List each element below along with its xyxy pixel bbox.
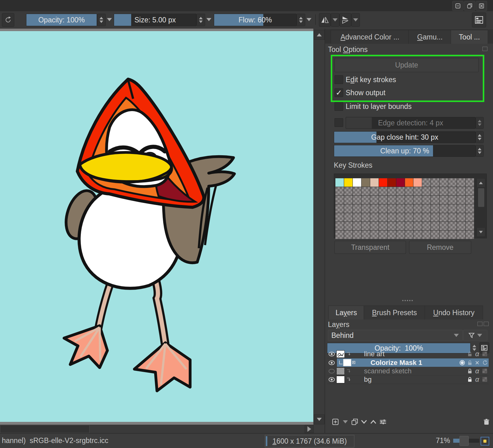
key-stroke-swatch-empty[interactable] — [335, 231, 344, 239]
opacity-slider[interactable]: Opacity: 100% — [26, 14, 97, 26]
key-stroke-swatch-empty[interactable] — [353, 213, 361, 222]
key-stroke-swatch-empty[interactable] — [405, 204, 413, 213]
key-stroke-swatch-empty[interactable] — [440, 196, 448, 204]
visibility-eye-icon[interactable] — [327, 377, 336, 382]
key-stroke-swatch-empty[interactable] — [379, 196, 387, 204]
canvas[interactable] — [0, 31, 313, 422]
key-stroke-swatch-empty[interactable] — [440, 178, 448, 187]
scroll-up-button[interactable] — [314, 30, 325, 40]
mask-thumbnail[interactable] — [343, 359, 351, 366]
size-slider[interactable]: Size: 5.00 px — [114, 14, 196, 26]
key-stroke-swatch-empty[interactable] — [353, 187, 361, 195]
zoom-slider-handle[interactable] — [459, 436, 469, 446]
key-stroke-swatch-empty[interactable] — [422, 178, 431, 187]
key-stroke-swatch-empty[interactable] — [370, 196, 379, 204]
remove-button[interactable]: Remove — [409, 241, 471, 254]
inherit-alpha-icon[interactable] — [481, 376, 488, 383]
key-stroke-swatch-empty[interactable] — [413, 213, 422, 222]
clean-up-slider[interactable]: Clean up: 70 % — [334, 145, 476, 157]
key-stroke-swatch-empty[interactable] — [440, 204, 448, 213]
mirror-horizontal-button[interactable] — [319, 13, 331, 27]
swatch-scroll-down-button[interactable] — [477, 227, 485, 237]
key-stroke-swatch-empty[interactable] — [413, 187, 422, 195]
key-stroke-swatch-empty[interactable] — [422, 196, 431, 204]
float-docker-icon[interactable] — [482, 47, 487, 51]
key-stroke-swatch-empty[interactable] — [388, 231, 396, 239]
key-stroke-swatch-empty[interactable] — [335, 213, 344, 222]
key-stroke-swatch-empty[interactable] — [344, 187, 352, 195]
hscroll-thumb[interactable] — [0, 425, 90, 433]
key-stroke-swatch[interactable] — [396, 178, 405, 187]
key-stroke-swatch-empty[interactable] — [466, 178, 474, 187]
swatch-scrollbar-thumb[interactable] — [478, 188, 484, 207]
edge-detection-spinner[interactable] — [476, 117, 484, 129]
key-stroke-swatch-empty[interactable] — [466, 222, 474, 230]
key-stroke-swatch-empty[interactable] — [353, 204, 361, 213]
show-output-checkbox[interactable]: ✓ — [334, 88, 343, 97]
key-stroke-swatch-empty[interactable] — [344, 204, 352, 213]
key-stroke-swatch-empty[interactable] — [431, 222, 439, 230]
alpha-lock-icon[interactable]: α — [474, 376, 481, 383]
key-stroke-swatch-empty[interactable] — [362, 187, 370, 195]
gap-close-hint-slider[interactable]: Gap close hint: 30 px — [334, 131, 476, 143]
swatch-scroll-up-button[interactable] — [477, 178, 485, 188]
key-stroke-swatch[interactable] — [344, 178, 352, 187]
key-stroke-swatch-empty[interactable] — [388, 222, 396, 230]
alpha-lock-icon[interactable]: α — [474, 367, 481, 375]
key-stroke-swatch-empty[interactable] — [422, 187, 431, 195]
key-stroke-swatch-empty[interactable] — [379, 222, 387, 230]
key-stroke-swatch-empty[interactable] — [413, 196, 422, 204]
move-layer-up-button[interactable] — [370, 418, 377, 426]
alpha-lock-icon[interactable]: α — [474, 350, 481, 358]
mirror-vertical-options[interactable] — [351, 13, 360, 27]
flow-slider[interactable]: Flow: 60% — [214, 14, 297, 26]
close-docker-icon[interactable] — [484, 322, 489, 326]
key-stroke-swatch[interactable] — [335, 178, 344, 187]
key-stroke-swatch-empty[interactable] — [457, 178, 465, 187]
reset-rotation-button[interactable] — [2, 13, 14, 27]
lock-open-icon[interactable] — [466, 350, 473, 358]
tab-undo-history[interactable]: Undo History — [425, 306, 483, 320]
update-mask-icon[interactable] — [481, 359, 488, 366]
opacity-dropdown-arrow[interactable] — [106, 14, 113, 26]
key-stroke-swatch-empty[interactable] — [457, 222, 465, 230]
key-stroke-swatch-empty[interactable] — [466, 231, 474, 239]
key-stroke-swatch-empty[interactable] — [431, 196, 439, 204]
key-stroke-swatch-empty[interactable] — [413, 204, 422, 213]
key-stroke-swatch-empty[interactable] — [440, 222, 448, 230]
flow-spinner[interactable] — [297, 14, 305, 26]
key-stroke-swatch-empty[interactable] — [431, 204, 439, 213]
key-stroke-swatch-empty[interactable] — [353, 222, 361, 230]
key-stroke-swatch-empty[interactable] — [362, 222, 370, 230]
canvas-horizontal-scrollbar[interactable] — [0, 425, 313, 433]
move-layer-down-button[interactable] — [361, 418, 367, 426]
key-stroke-swatch-empty[interactable] — [335, 204, 344, 213]
key-stroke-swatch-empty[interactable] — [396, 196, 405, 204]
key-stroke-swatch-empty[interactable] — [431, 213, 439, 222]
layer-properties-button[interactable] — [379, 418, 386, 426]
key-stroke-swatch[interactable] — [370, 178, 379, 187]
tab-layers[interactable]: Layers — [328, 306, 364, 320]
key-stroke-swatch-empty[interactable] — [396, 187, 405, 195]
key-stroke-swatch-empty[interactable] — [388, 204, 396, 213]
colorize-active-icon[interactable] — [459, 359, 466, 366]
restore-button[interactable] — [464, 1, 475, 11]
key-stroke-swatch-empty[interactable] — [335, 187, 344, 195]
add-layer-dropdown[interactable] — [342, 418, 349, 426]
key-stroke-swatch[interactable] — [353, 178, 361, 187]
scroll-down-button[interactable] — [314, 414, 325, 424]
key-stroke-swatch-empty[interactable] — [405, 231, 413, 239]
key-stroke-swatch-empty[interactable] — [440, 213, 448, 222]
key-stroke-swatch-empty[interactable] — [448, 204, 457, 213]
key-stroke-swatch-empty[interactable] — [370, 231, 379, 239]
key-stroke-swatch-empty[interactable] — [466, 213, 474, 222]
float-docker-icon[interactable] — [477, 322, 482, 326]
key-stroke-swatch-empty[interactable] — [388, 196, 396, 204]
mirror-horizontal-options[interactable] — [331, 13, 339, 27]
key-stroke-swatch-empty[interactable] — [448, 222, 457, 230]
layer-row-colorize-mask[interactable]: Colorize Mask 1 × — [327, 358, 489, 367]
key-stroke-swatch-empty[interactable] — [457, 231, 465, 239]
key-stroke-swatch-empty[interactable] — [335, 222, 344, 230]
key-stroke-swatch-empty[interactable] — [396, 222, 405, 230]
key-stroke-swatch-empty[interactable] — [431, 231, 439, 239]
